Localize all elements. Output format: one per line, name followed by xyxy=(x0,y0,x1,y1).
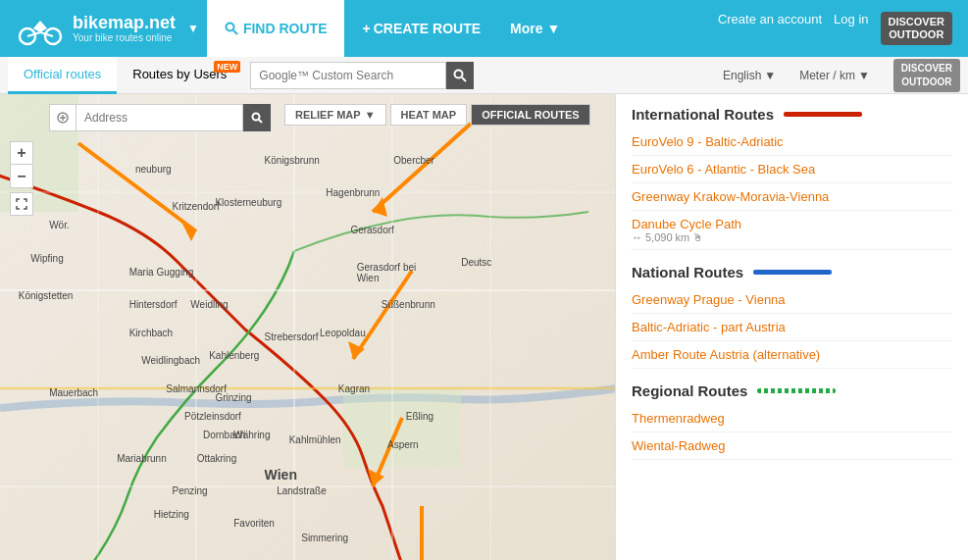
route-link-eurovelo9[interactable]: EuroVelo 9 - Baltic-Adriatic xyxy=(632,128,952,156)
svg-marker-27 xyxy=(368,469,384,486)
new-badge: NEW xyxy=(214,61,240,73)
arrow-4 xyxy=(368,418,402,486)
international-routes-header: International Routes xyxy=(632,106,952,123)
search-icon xyxy=(453,69,467,82)
address-search-icon xyxy=(251,112,263,124)
svg-marker-25 xyxy=(348,341,365,359)
route-tabs: Official routes Routes by Users NEW xyxy=(8,57,242,93)
route-link-greenway-prague[interactable]: Greenway Prague - Vienna xyxy=(632,286,952,314)
official-routes-tab[interactable]: Official routes xyxy=(8,57,117,94)
search-button[interactable] xyxy=(446,62,474,89)
language-selector[interactable]: English ▼ xyxy=(723,69,776,82)
auth-links: Create an account Log in DISCOVER OUTDOO… xyxy=(718,12,952,45)
route-link-eurovelo6[interactable]: EuroVelo 6 - Atlantic - Black Sea xyxy=(632,156,952,183)
fullscreen-button[interactable] xyxy=(10,192,33,216)
svg-line-7 xyxy=(462,77,466,81)
discover-outdoor-button[interactable]: DISCOVER OUTDOOR xyxy=(881,12,952,45)
regional-routes-header: Regional Routes xyxy=(632,382,952,399)
svg-rect-10 xyxy=(343,388,461,467)
national-routes-header: National Routes xyxy=(632,264,952,280)
address-input[interactable] xyxy=(76,104,243,131)
search-input[interactable] xyxy=(250,62,446,89)
map-svg xyxy=(0,94,615,560)
arrow-3 xyxy=(348,271,412,359)
svg-line-5 xyxy=(233,30,237,34)
international-routes-list: EuroVelo 9 - Baltic-Adriatic EuroVelo 6 … xyxy=(632,128,952,250)
regional-routes-list: Thermenradweg Wiental-Radweg xyxy=(632,405,952,460)
logo-title: bikemap.net xyxy=(73,14,176,33)
svg-line-22 xyxy=(373,124,471,212)
map-area[interactable]: Klosterneuburg Königsbrunn Hagenbrunn Ge… xyxy=(0,94,615,560)
nav-links: FIND ROUTE + CREATE ROUTE More ▼ xyxy=(207,0,572,57)
zoom-controls: + − xyxy=(10,141,33,216)
arrow-1 xyxy=(78,143,196,241)
svg-rect-8 xyxy=(0,94,615,560)
zoom-out-button[interactable]: − xyxy=(10,165,33,188)
route-link-greenway-krakow[interactable]: Greenway Krakow-Moravia-Vienna xyxy=(632,183,952,211)
regional-routes-section: Regional Routes Thermenradweg Wiental-Ra… xyxy=(632,382,952,460)
routes-by-users-tab[interactable]: Routes by Users NEW xyxy=(117,57,242,94)
address-search-button[interactable] xyxy=(243,104,271,131)
address-bar xyxy=(49,104,271,131)
international-color-line xyxy=(784,112,862,117)
log-in-link[interactable]: Log in xyxy=(834,12,868,45)
svg-point-33 xyxy=(253,114,260,121)
svg-point-4 xyxy=(226,24,233,31)
location-plus-icon xyxy=(56,111,70,125)
international-routes-section: International Routes EuroVelo 9 - Baltic… xyxy=(632,106,952,250)
right-panel: International Routes EuroVelo 9 - Baltic… xyxy=(615,94,968,560)
national-routes-section: National Routes Greenway Prague - Vienna… xyxy=(632,264,952,369)
national-routes-list: Greenway Prague - Vienna Baltic-Adriatic… xyxy=(632,286,952,369)
official-routes-button[interactable]: OFFICIAL ROUTES xyxy=(471,104,589,126)
unit-selector[interactable]: Meter / km ▼ xyxy=(799,69,870,82)
main-content: Klosterneuburg Königsbrunn Hagenbrunn Ge… xyxy=(0,94,968,560)
more-dropdown[interactable]: More ▼ xyxy=(498,21,572,36)
create-account-link[interactable]: Create an account xyxy=(718,12,822,45)
logo-subtitle: Your bike routes online xyxy=(73,32,176,43)
route-link-baltic-adriatic[interactable]: Baltic-Adriatic - part Austria xyxy=(632,314,952,341)
logo-area[interactable]: bikemap.net Your bike routes online ▼ xyxy=(16,11,199,46)
relief-map-button[interactable]: RELIEF MAP ▼ xyxy=(284,104,386,126)
arrow-5 xyxy=(412,506,432,560)
sub-nav-right: English ▼ Meter / km ▼ DISCOVER OUTDOOR xyxy=(707,59,960,92)
logo-dropdown-caret[interactable]: ▼ xyxy=(187,22,199,35)
svg-point-6 xyxy=(455,70,463,77)
create-route-nav[interactable]: + CREATE ROUTE xyxy=(344,0,498,57)
add-location-button[interactable] xyxy=(49,104,76,131)
svg-line-24 xyxy=(353,271,412,359)
svg-marker-21 xyxy=(181,222,196,241)
arrow-2 xyxy=(373,124,471,217)
discover-outdoor-subnav[interactable]: DISCOVER OUTDOOR xyxy=(893,59,960,92)
logo-icon xyxy=(16,11,65,46)
regional-color-line xyxy=(757,388,836,393)
logo-text: bikemap.net Your bike routes online xyxy=(73,14,176,44)
top-navigation: bikemap.net Your bike routes online ▼ FI… xyxy=(0,0,968,57)
zoom-in-button[interactable]: + xyxy=(10,141,33,165)
route-link-wiental[interactable]: Wiental-Radweg xyxy=(632,433,952,460)
svg-marker-23 xyxy=(373,197,387,217)
route-link-danube[interactable]: Danube Cycle Path ↔ 5,090 km 🖱 xyxy=(632,211,952,250)
fullscreen-icon xyxy=(16,198,27,210)
heat-map-button[interactable]: HEAT MAP xyxy=(390,104,468,126)
map-background xyxy=(0,94,615,560)
route-link-thermenradweg[interactable]: Thermenradweg xyxy=(632,405,952,433)
search-bar xyxy=(250,62,474,89)
svg-line-20 xyxy=(78,143,196,231)
find-route-nav[interactable]: FIND ROUTE xyxy=(207,0,345,57)
national-color-line xyxy=(753,270,832,275)
route-link-amber-route[interactable]: Amber Route Austria (alternative) xyxy=(632,341,952,369)
sub-navigation: Official routes Routes by Users NEW Engl… xyxy=(0,57,968,94)
map-type-buttons: RELIEF MAP ▼ HEAT MAP OFFICIAL ROUTES xyxy=(284,104,590,126)
svg-line-34 xyxy=(259,120,262,123)
svg-line-26 xyxy=(373,418,402,486)
